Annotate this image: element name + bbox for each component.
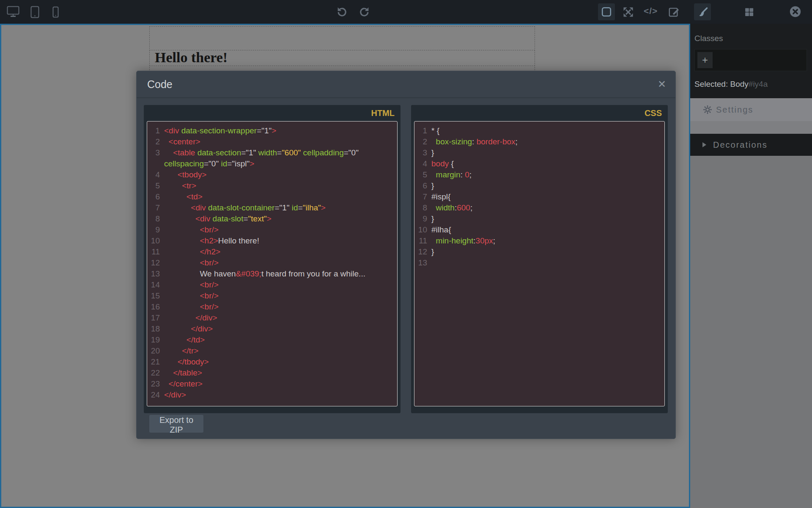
code-line: 4 <tbody> bbox=[147, 169, 397, 180]
line-number: 6 bbox=[414, 180, 431, 191]
line-number: 15 bbox=[147, 290, 164, 301]
code-line-content: } bbox=[431, 180, 664, 191]
selected-component: Body bbox=[730, 80, 749, 88]
classes-section: Classes + Selected: Body#iy4a bbox=[690, 24, 812, 98]
code-line: 9 <br/> bbox=[147, 224, 397, 235]
line-number: 9 bbox=[147, 224, 164, 235]
code-modal: Code ✕ HTML 1<div data-section-wrapper="… bbox=[136, 71, 676, 439]
line-number: 7 bbox=[414, 191, 431, 202]
code-line: 24</div> bbox=[147, 389, 397, 400]
code-line-content: #ilha{ bbox=[431, 224, 664, 235]
line-number: 23 bbox=[147, 378, 164, 389]
line-number: 16 bbox=[147, 301, 164, 312]
code-line-content: <div data-slot="text"> bbox=[164, 213, 397, 224]
code-line-content: } bbox=[431, 246, 664, 257]
code-line-content: * { bbox=[431, 125, 664, 136]
code-line-content: <div data-section-wrapper="1"> bbox=[164, 125, 397, 136]
device-tablet-icon[interactable] bbox=[30, 6, 39, 18]
gear-icon bbox=[703, 105, 712, 114]
code-line: 12} bbox=[414, 246, 664, 257]
device-desktop-icon[interactable] bbox=[7, 6, 19, 18]
css-code-editor[interactable]: 1* {2 box-sizing: border-box;3}4body {5 … bbox=[414, 121, 665, 406]
line-number: 24 bbox=[147, 389, 164, 400]
code-line: 18 </div> bbox=[147, 323, 397, 334]
open-blocks-icon[interactable] bbox=[744, 7, 754, 17]
undo-icon[interactable] bbox=[336, 6, 348, 17]
code-line-content: <tr> bbox=[164, 180, 397, 191]
modal-header: Code ✕ bbox=[137, 71, 675, 98]
css-panel-label: CSS bbox=[411, 105, 668, 121]
settings-button[interactable]: Settings bbox=[690, 98, 812, 121]
style-manager-brush-button[interactable] bbox=[694, 3, 711, 20]
code-line-content: } bbox=[431, 147, 664, 158]
classes-input-area[interactable]: + bbox=[694, 49, 807, 71]
code-line-content: } bbox=[431, 213, 664, 224]
code-line: 21 </tbody> bbox=[147, 356, 397, 367]
html-code-editor[interactable]: 1<div data-section-wrapper="1">2 <center… bbox=[147, 121, 398, 406]
code-line-content: </tbody> bbox=[164, 356, 397, 367]
line-number: 10 bbox=[147, 235, 164, 246]
code-line-content: <h2>Hello there! bbox=[164, 235, 397, 246]
code-line: 3} bbox=[414, 147, 664, 158]
export-zip-button[interactable]: Export to ZIP bbox=[149, 415, 203, 433]
add-class-button[interactable]: + bbox=[697, 52, 713, 68]
line-number: 4 bbox=[147, 169, 164, 180]
line-number: 13 bbox=[147, 268, 164, 279]
code-line-content: </table> bbox=[164, 367, 397, 378]
code-line: 16 <br/> bbox=[147, 301, 397, 312]
code-line-content: <tbody> bbox=[164, 169, 397, 180]
code-line: 20 </tr> bbox=[147, 345, 397, 356]
toggle-borders-button[interactable] bbox=[598, 3, 615, 20]
code-line: 2 box-sizing: border-box; bbox=[414, 136, 664, 147]
code-line-content: </div> bbox=[164, 312, 397, 323]
selected-component-label: Selected: Body#iy4a bbox=[694, 80, 768, 89]
redo-icon[interactable] bbox=[359, 6, 370, 17]
code-line: 11 </h2> bbox=[147, 246, 397, 257]
line-number: 4 bbox=[414, 158, 431, 169]
code-line: 11 min-height:30px; bbox=[414, 235, 664, 246]
line-number: 12 bbox=[414, 246, 431, 257]
close-editor-icon[interactable] bbox=[789, 6, 801, 18]
code-line: 13 We haven&#039;t heard from you for a … bbox=[147, 268, 397, 279]
modal-title: Code bbox=[147, 71, 173, 97]
chevron-right-icon bbox=[702, 142, 706, 147]
line-number: 2 bbox=[414, 136, 431, 147]
code-line-content: body { bbox=[431, 158, 664, 169]
selected-component-id: #iy4a bbox=[749, 80, 768, 88]
open-code-icon[interactable]: </> bbox=[644, 6, 658, 16]
code-line: 6} bbox=[414, 180, 664, 191]
line-number: 2 bbox=[147, 136, 164, 147]
code-line-content: #ispl{ bbox=[431, 191, 664, 202]
code-line-content bbox=[431, 257, 664, 268]
code-line: 17 </div> bbox=[147, 312, 397, 323]
code-line: 8 width:600; bbox=[414, 202, 664, 213]
code-line: 10 <h2>Hello there! bbox=[147, 235, 397, 246]
settings-label: Settings bbox=[716, 105, 753, 115]
css-panel: CSS 1* {2 box-sizing: border-box;3}4body… bbox=[411, 105, 668, 413]
line-number: 11 bbox=[414, 235, 431, 246]
selected-prefix: Selected: bbox=[694, 80, 728, 88]
code-line: 9} bbox=[414, 213, 664, 224]
fullscreen-icon[interactable] bbox=[623, 6, 634, 18]
code-line-content: box-sizing: border-box; bbox=[431, 136, 664, 147]
decorations-label: Decorations bbox=[713, 140, 768, 150]
decorations-toggle[interactable]: Decorations bbox=[690, 134, 812, 156]
code-line: 22 </table> bbox=[147, 367, 397, 378]
code-line: 5 margin: 0; bbox=[414, 169, 664, 180]
device-mobile-icon[interactable] bbox=[52, 6, 59, 18]
line-number: 12 bbox=[147, 257, 164, 268]
code-line: 19 </td> bbox=[147, 334, 397, 345]
code-line: 8 <div data-slot="text"> bbox=[147, 213, 397, 224]
modal-close-icon[interactable]: ✕ bbox=[658, 78, 666, 91]
code-line-content: <br/> bbox=[164, 224, 397, 235]
code-line: 3 <table data-section="1" width="600" ce… bbox=[147, 147, 397, 169]
canvas-heading[interactable]: Hello there! bbox=[155, 50, 228, 66]
code-line-content: <div data-slot-container="1" id="ilha"> bbox=[164, 202, 397, 213]
code-line: 5 <tr> bbox=[147, 180, 397, 191]
code-line: 2 <center> bbox=[147, 136, 397, 147]
line-number: 5 bbox=[147, 180, 164, 191]
line-number: 10 bbox=[414, 224, 431, 235]
line-number: 9 bbox=[414, 213, 431, 224]
line-number: 13 bbox=[414, 257, 431, 268]
edit-icon[interactable] bbox=[668, 6, 680, 17]
